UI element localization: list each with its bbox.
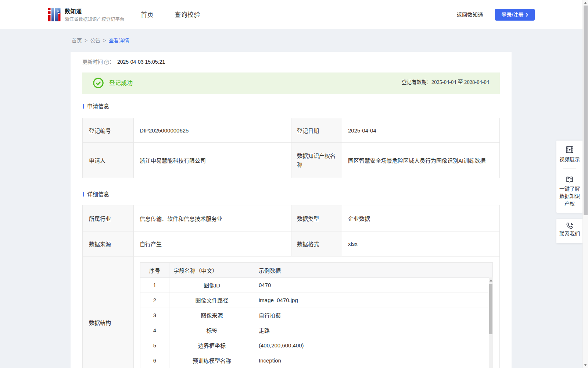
svg-text:?: ?	[105, 60, 108, 64]
